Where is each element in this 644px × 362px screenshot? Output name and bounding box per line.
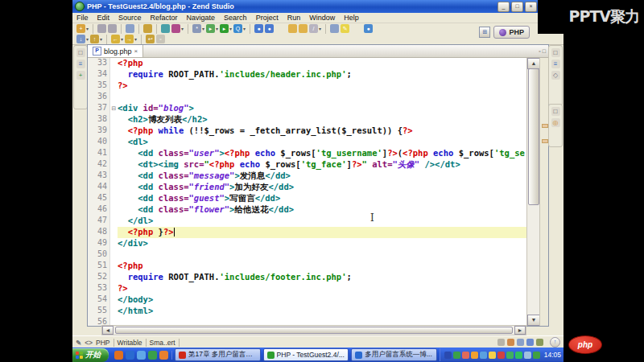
heap-status-icon[interactable]: ↑ xyxy=(550,337,560,348)
menu-source[interactable]: Source xyxy=(118,14,142,22)
wand-icon-dropdown[interactable]: ▾ xyxy=(319,26,321,31)
snippets-icon[interactable]: ◇ xyxy=(551,71,560,80)
profile-icon[interactable]: Q▾ xyxy=(233,24,246,33)
open-perspective-icon[interactable]: ⊞ xyxy=(479,27,490,38)
tray-icon-6[interactable] xyxy=(489,352,496,359)
web-browser-icon[interactable]: ● xyxy=(364,24,373,33)
code-text[interactable]: <?php }?> xyxy=(118,227,527,238)
horizontal-scrollbar[interactable]: ◄ ► xyxy=(101,325,526,335)
new-wizard-icon-dropdown[interactable]: ▾ xyxy=(86,26,89,31)
php-explorer-icon[interactable]: ≡ xyxy=(76,60,85,68)
scroll-up-icon[interactable]: ▲ xyxy=(527,58,540,69)
code-text[interactable]: <dd class="friend">加为好友</dd> xyxy=(118,182,527,193)
minimize-button[interactable]: _ xyxy=(497,2,510,12)
menu-run[interactable]: Run xyxy=(287,14,301,22)
last-edit-location-icon[interactable]: ↩ xyxy=(146,35,155,43)
open-folder-icon[interactable] xyxy=(288,24,297,33)
menu-edit[interactable]: Edit xyxy=(97,14,110,22)
overview-ruler[interactable] xyxy=(539,58,548,326)
close-button[interactable]: × xyxy=(525,2,537,12)
tray-icon-9[interactable] xyxy=(515,352,522,359)
tray-icon-3[interactable] xyxy=(462,352,469,359)
vertical-scroll-thumb[interactable] xyxy=(528,68,539,205)
outline-tree-icon[interactable]: + xyxy=(76,71,85,80)
status-edit-icon[interactable] xyxy=(517,339,524,346)
restore-left-panel-icon[interactable]: □ xyxy=(76,48,85,57)
tray-icon-2[interactable] xyxy=(453,352,460,359)
code-text[interactable]: <?php xyxy=(118,261,527,272)
quicklaunch-browser-icon[interactable] xyxy=(137,351,146,360)
bookmark-icon[interactable] xyxy=(330,24,339,33)
overview-mark[interactable] xyxy=(542,139,548,143)
code-text[interactable]: <dl> xyxy=(118,137,527,148)
highlighter-icon[interactable]: ✎ xyxy=(341,24,349,33)
forward-icon[interactable]: →▾ xyxy=(125,35,137,43)
save-all-icon[interactable] xyxy=(108,24,117,33)
external-tools-icon-dropdown[interactable]: ▾ xyxy=(202,26,204,31)
run-icon-dropdown[interactable]: ▾ xyxy=(229,26,232,31)
menu-file[interactable]: File xyxy=(76,14,89,22)
fetch-download-icon-dropdown[interactable]: ▾ xyxy=(86,36,89,42)
menu-project[interactable]: Project xyxy=(256,14,279,22)
fetch-download-icon[interactable]: ↓▾ xyxy=(76,35,89,43)
menu-search[interactable]: Search xyxy=(224,14,247,22)
zend-tool-icon[interactable] xyxy=(161,24,170,33)
menu-navigate[interactable]: Navigate xyxy=(187,14,216,22)
start-button[interactable]: 开始 xyxy=(72,348,109,362)
tray-icon-1[interactable] xyxy=(444,352,452,359)
print-icon[interactable] xyxy=(126,24,134,33)
status-user-icon[interactable] xyxy=(507,339,514,346)
quicklaunch-editor-icon[interactable] xyxy=(148,351,157,360)
tab-blog-php[interactable]: P blog.php × xyxy=(88,45,143,57)
code-text[interactable]: require ROOT_PATH.'includes/header.inc.p… xyxy=(118,69,527,80)
debug-icon-dropdown[interactable]: ▾ xyxy=(216,26,218,31)
quicklaunch-firefox-icon[interactable] xyxy=(159,351,168,360)
status-task-icon[interactable] xyxy=(497,339,505,346)
fold-collapse-icon[interactable]: ⊟ xyxy=(110,103,118,114)
status-console-icon[interactable] xyxy=(526,339,534,346)
status-sync-icon[interactable] xyxy=(536,339,543,346)
scroll-left-icon[interactable]: ◄ xyxy=(102,326,114,335)
run-icon[interactable]: ▸▾ xyxy=(220,24,232,33)
quicklaunch-ie-icon[interactable] xyxy=(126,351,134,360)
tray-icon-11[interactable] xyxy=(533,352,540,359)
outline-icon[interactable]: ≡ xyxy=(551,60,560,68)
code-area[interactable]: 33<?php34 require ROOT_PATH.'includes/he… xyxy=(88,58,527,326)
forward-icon-dropdown[interactable]: ▾ xyxy=(134,36,137,42)
code-text[interactable] xyxy=(118,92,527,103)
upload-icon-dropdown[interactable]: ▾ xyxy=(100,36,102,42)
code-text[interactable]: require ROOT_PATH.'includes/footer.inc.p… xyxy=(118,272,527,283)
scroll-down-icon[interactable]: ▼ xyxy=(527,315,540,326)
menu-window[interactable]: Window xyxy=(309,14,335,22)
profile-icon-dropdown[interactable]: ▾ xyxy=(243,26,246,31)
tray-icon-4[interactable] xyxy=(471,352,478,359)
overview-mark[interactable] xyxy=(542,124,548,128)
code-text[interactable]: <dt><img src="<?php echo $_rows['tg_face… xyxy=(118,159,527,171)
upload-icon[interactable]: ↑▾ xyxy=(90,35,102,43)
vertical-scrollbar[interactable]: ▲ ▼ xyxy=(526,58,540,326)
scroll-right-icon[interactable]: ► xyxy=(514,326,526,335)
restore-right-panel-icon[interactable]: □ xyxy=(551,48,560,57)
wand-icon[interactable]: /▾ xyxy=(309,24,321,33)
tray-icon-8[interactable] xyxy=(506,352,514,359)
open-resource-icon[interactable] xyxy=(299,24,308,33)
tray-icon-7[interactable] xyxy=(497,352,505,359)
code-text[interactable]: <dd class="guest">写留言</dd> xyxy=(118,193,527,204)
code-text[interactable]: <div id="blog"> xyxy=(118,103,527,114)
restore-bottom-panel-icon[interactable]: □ xyxy=(551,107,560,116)
quicklaunch-player-icon[interactable] xyxy=(114,351,123,360)
code-text[interactable] xyxy=(118,249,527,261)
tray-icon-10[interactable] xyxy=(524,352,531,359)
tray-icon-5[interactable] xyxy=(480,352,487,359)
code-text[interactable]: </html> xyxy=(118,306,527,317)
minimize-view-icon[interactable]: ▫ xyxy=(539,48,540,54)
publish-globe-icon[interactable]: ● xyxy=(265,24,274,33)
php-perspective-button[interactable]: PHP xyxy=(493,26,530,39)
menu-refactor[interactable]: Refactor xyxy=(151,14,178,22)
code-text[interactable]: ?> xyxy=(118,283,527,294)
external-tools-icon[interactable]: *▾ xyxy=(192,24,204,33)
new-element-icon[interactable]: ▾ xyxy=(171,24,184,33)
task-pdf[interactable]: 第17章 多用户留言系... xyxy=(175,348,261,361)
code-text[interactable]: <h2>博友列表</h2> xyxy=(118,114,527,125)
pin-editor-icon[interactable]: ▫ xyxy=(156,35,165,43)
